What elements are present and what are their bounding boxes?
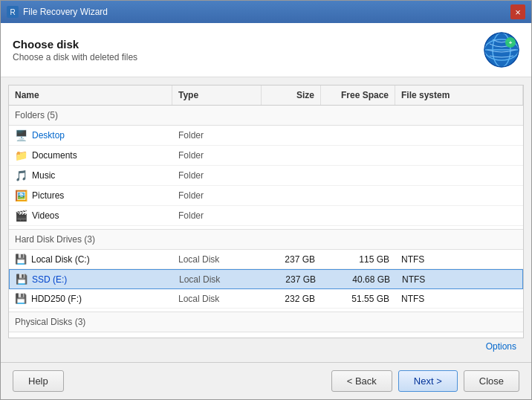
wizard-header: Choose disk Choose a disk with deleted f… (1, 23, 531, 77)
row-edrive-name: 💾 SSD (E:) (10, 270, 173, 288)
row-apacer-size: 238 GB (262, 333, 321, 338)
row-documents-fs (395, 152, 523, 159)
row-videos-size (262, 212, 321, 219)
table-row[interactable]: 🎵 Music Folder (9, 166, 523, 186)
row-apacer-fs: GPT (395, 333, 523, 338)
disk-e-icon: 💾 (16, 274, 27, 285)
header-text-block: Choose disk Choose a disk with deleted f… (13, 38, 137, 62)
table-row[interactable]: 💾 Local Disk (C:) Local Disk 237 GB 115 … (9, 250, 523, 269)
row-documents-name: 📁 Documents (9, 146, 172, 165)
table-row[interactable]: 🎬 Videos Folder (9, 206, 523, 226)
wizard-footer: Help < Back Next > Close (1, 362, 531, 399)
app-logo: + (484, 32, 519, 68)
music-icon: 🎵 (15, 170, 27, 181)
main-window: R File Recovery Wizard × Choose disk Cho… (0, 0, 532, 400)
col-header-size: Size (262, 86, 321, 105)
svg-text:+: + (509, 39, 513, 46)
header-subtitle: Choose a disk with deleted files (13, 52, 137, 62)
row-videos-type: Folder (172, 207, 262, 225)
app-icon: R (7, 6, 19, 18)
section-physical-header: Physical Disks (3) (9, 312, 523, 332)
row-cdrive-name: 💾 Local Disk (C:) (9, 250, 172, 268)
section-folders-header: Folders (5) (9, 106, 523, 126)
row-music-name: 🎵 Music (9, 166, 172, 185)
window-title: File Recovery Wizard (23, 7, 510, 17)
row-desktop-size (262, 132, 321, 139)
row-fdrive-type: Local Disk (172, 290, 262, 308)
table-row[interactable]: 🖥️ Desktop Folder (9, 126, 523, 146)
row-desktop-name: 🖥️ Desktop (9, 126, 172, 145)
row-pictures-fs (395, 192, 523, 199)
row-cdrive-type: Local Disk (172, 251, 262, 268)
videos-icon: 🎬 (15, 210, 27, 222)
row-videos-name: 🎬 Videos (9, 206, 172, 225)
row-cdrive-free: 115 GB (321, 251, 395, 268)
physical-disk1-icon: 🖴 (15, 336, 25, 338)
row-edrive-free: 40.68 GB (322, 271, 396, 288)
row-pictures-size (262, 192, 321, 199)
footer-right: < Back Next > Close (331, 370, 519, 392)
col-header-type: Type (172, 86, 262, 105)
svg-text:R: R (10, 8, 15, 16)
row-music-free (321, 172, 395, 179)
desktop-icon: 🖥️ (15, 129, 27, 141)
back-button[interactable]: < Back (331, 370, 392, 392)
row-desktop-type: Folder (172, 126, 262, 144)
row-documents-type: Folder (172, 146, 262, 164)
col-header-name: Name (9, 86, 172, 105)
col-header-filesystem: File system (395, 86, 523, 105)
table-row[interactable]: 💾 SSD (E:) Local Disk 237 GB 40.68 GB NT… (9, 269, 523, 289)
disk-f-icon: 💾 (15, 293, 27, 304)
table-row[interactable]: 🖼️ Pictures Folder (9, 186, 523, 206)
row-fdrive-name: 💾 HDD250 (F:) (9, 289, 172, 308)
row-apacer-name: 🖴 Apacer AS350 256GB (9, 332, 172, 338)
row-pictures-type: Folder (172, 187, 262, 204)
table-row[interactable]: 🖴 Apacer AS350 256GB Physical Disk 238 G… (9, 332, 523, 338)
row-fdrive-free: 51.55 GB (321, 290, 395, 308)
help-button[interactable]: Help (13, 370, 64, 392)
disk-c-icon: 💾 (15, 254, 27, 265)
row-cdrive-fs: NTFS (395, 251, 523, 268)
table-header-row: Name Type Size Free Space File system (9, 86, 523, 106)
row-fdrive-fs: NTFS (395, 290, 523, 308)
row-documents-size (262, 152, 321, 159)
row-pictures-free (321, 192, 395, 199)
row-desktop-fs (395, 132, 523, 139)
table-body: Folders (5) 🖥️ Desktop Folder 📁 Docum (9, 106, 523, 338)
row-fdrive-size: 232 GB (262, 290, 321, 308)
row-music-size (262, 172, 321, 179)
row-edrive-type: Local Disk (173, 271, 262, 288)
footer-left: Help (13, 370, 64, 392)
col-header-freespace: Free Space (321, 86, 395, 105)
table-row[interactable]: 📁 Documents Folder (9, 146, 523, 166)
next-button[interactable]: Next > (398, 370, 458, 392)
row-cdrive-size: 237 GB (262, 251, 321, 268)
pictures-icon: 🖼️ (15, 190, 27, 201)
row-apacer-type: Physical Disk (172, 333, 262, 338)
title-bar: R File Recovery Wizard × (1, 1, 531, 23)
row-music-fs (395, 172, 523, 179)
row-music-type: Folder (172, 167, 262, 184)
row-documents-free (321, 152, 395, 159)
header-title: Choose disk (13, 38, 137, 51)
close-button[interactable]: Close (464, 370, 519, 392)
globe-logo-icon: + (484, 32, 519, 68)
options-link[interactable]: Options (486, 341, 516, 352)
table-row[interactable]: 💾 HDD250 (F:) Local Disk 232 GB 51.55 GB… (9, 289, 523, 309)
row-edrive-fs: NTFS (396, 271, 522, 288)
row-edrive-size: 237 GB (262, 271, 322, 288)
section-hdd-header: Hard Disk Drives (3) (9, 229, 523, 250)
close-window-button[interactable]: × (510, 4, 525, 19)
row-pictures-name: 🖼️ Pictures (9, 186, 172, 205)
options-link-container: Options (8, 338, 524, 355)
documents-icon: 📁 (15, 149, 27, 161)
main-content: Name Type Size Free Space File system Fo… (1, 77, 531, 362)
row-desktop-free (321, 132, 395, 139)
disk-table: Name Type Size Free Space File system Fo… (8, 85, 524, 338)
row-videos-free (321, 212, 395, 219)
row-videos-fs (395, 212, 523, 219)
